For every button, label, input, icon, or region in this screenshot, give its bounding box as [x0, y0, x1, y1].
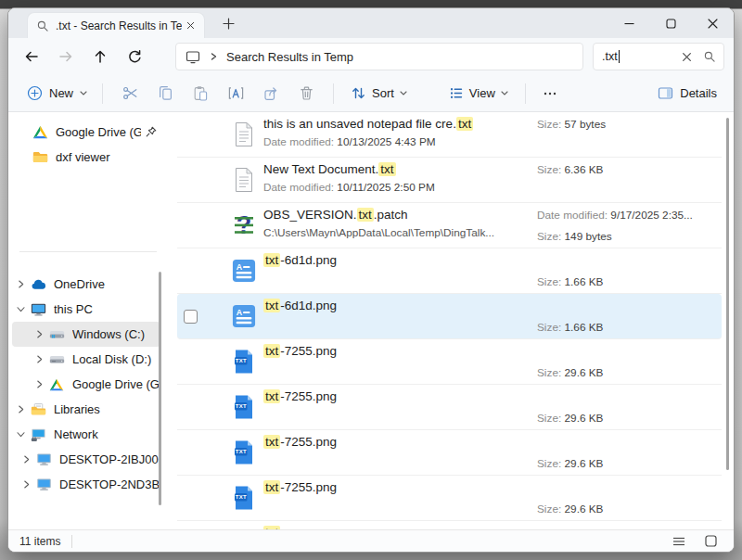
match-highlight: txt: [357, 208, 374, 222]
expand-chevron-icon[interactable]: [32, 353, 45, 366]
expand-chevron-icon[interactable]: [14, 403, 27, 416]
sidebar-item-label: Google Drive (G:): [56, 125, 141, 139]
new-tab-button[interactable]: [216, 11, 240, 35]
file-details-column: Size: 57 bytes: [537, 112, 722, 157]
search-input-value[interactable]: .txt: [602, 50, 618, 63]
clear-search-icon[interactable]: [682, 52, 692, 62]
sidebar-item-desktop-2ibj00n[interactable]: DESKTOP-2IBJ00N: [12, 447, 160, 472]
minimize-icon: [624, 19, 634, 29]
file-list-scrollbar[interactable]: [726, 118, 729, 470]
expand-chevron-icon[interactable]: [32, 378, 45, 391]
file-size: Size: 29.6 KB: [537, 366, 604, 379]
refresh-button[interactable]: [117, 43, 151, 70]
txt-image-icon: [231, 393, 257, 421]
sidebar-item-dxf-viewer[interactable]: dxf viewer: [12, 145, 160, 170]
sort-button[interactable]: Sort: [343, 79, 415, 108]
thumbnail-view-toggle[interactable]: [700, 533, 721, 550]
delete-button[interactable]: [288, 79, 324, 108]
file-row-partial[interactable]: txt: [177, 521, 722, 529]
match-highlight: txt: [456, 117, 473, 131]
file-size: Size: 29.6 KB: [537, 503, 604, 515]
maximize-button[interactable]: [650, 8, 692, 38]
sidebar-item-label: Libraries: [54, 402, 160, 416]
paste-button[interactable]: [183, 79, 218, 108]
toolbar-divider: [333, 83, 334, 104]
share-button[interactable]: [253, 79, 288, 108]
txt-image-icon: [231, 439, 257, 466]
new-button[interactable]: New: [21, 79, 93, 108]
chevron-right-icon[interactable]: [209, 52, 218, 61]
expand-chevron-icon[interactable]: [19, 453, 32, 466]
google-drive-icon: [47, 375, 66, 394]
file-name: txt-7255.png: [263, 430, 527, 449]
file-row[interactable]: txt-6d1d.png Size: 1.66 KB: [177, 248, 722, 294]
sidebar-item-google-drive-g[interactable]: Google Drive (G:): [12, 372, 160, 397]
breadcrumb[interactable]: Search Results in Temp: [226, 50, 353, 64]
unknown-file-icon: [231, 211, 257, 239]
google-drive-icon: [31, 123, 49, 142]
view-button[interactable]: View: [441, 79, 516, 108]
match-highlight: txt: [263, 480, 280, 494]
sidebar-item-onedrive[interactable]: OneDrive: [12, 272, 160, 297]
sidebar-item-local-disk-d[interactable]: Local Disk (D:): [12, 347, 160, 372]
sidebar-item-desktop-2nd3b9[interactable]: DESKTOP-2ND3B9: [12, 472, 160, 497]
ellipsis-icon: [543, 86, 557, 101]
sidebar-item-libraries[interactable]: Libraries: [12, 397, 160, 422]
collapse-chevron-icon[interactable]: [14, 428, 27, 441]
file-size: Size: 29.6 KB: [537, 457, 604, 470]
back-button[interactable]: [14, 43, 48, 70]
file-size: Size: 149 bytes: [537, 230, 612, 243]
list-view-icon: [672, 536, 685, 547]
close-button[interactable]: [692, 8, 734, 38]
file-row-selected[interactable]: txt-6d1d.png Size: 1.66 KB: [177, 294, 722, 339]
file-row[interactable]: txt-7255.png Size: 29.6 KB: [177, 430, 722, 476]
sidebar-item-label: Network: [54, 427, 160, 441]
status-divider: [71, 535, 72, 548]
file-name: OBS_VERSION.txt.patch: [263, 203, 527, 222]
file-name: txt-7255.png: [263, 339, 527, 358]
refresh-icon: [127, 49, 142, 64]
minimize-button[interactable]: [608, 8, 650, 38]
file-size: Size: 29.6 KB: [537, 412, 604, 425]
details-button[interactable]: Details: [650, 79, 724, 108]
expand-chevron-icon[interactable]: [32, 328, 45, 341]
forward-button[interactable]: [48, 43, 83, 70]
copy-button[interactable]: [147, 79, 183, 108]
sidebar-item-network[interactable]: Network: [12, 422, 160, 447]
sidebar-item-google-drive-pinned[interactable]: Google Drive (G:): [12, 120, 160, 145]
file-info: OBS_VERSION.txt.patch C:\Users\Mayn\AppD…: [263, 203, 527, 239]
sidebar-scrollbar[interactable]: [159, 272, 161, 505]
maximize-icon: [666, 19, 676, 29]
collapse-chevron-icon[interactable]: [14, 303, 27, 316]
tab-close-icon[interactable]: [182, 18, 198, 34]
selection-checkbox[interactable]: [184, 310, 198, 324]
search-box[interactable]: .txt: [593, 43, 724, 70]
file-info: txt-7255.png: [263, 430, 527, 449]
new-button-label: New: [49, 86, 73, 100]
sidebar-item-windows-c[interactable]: Windows (C:): [12, 322, 160, 347]
search-icon[interactable]: [704, 51, 715, 62]
image-file-icon: [231, 257, 257, 285]
file-row[interactable]: OBS_VERSION.txt.patch C:\Users\Mayn\AppD…: [177, 203, 722, 248]
libraries-icon: [29, 401, 47, 419]
file-date-modified: Date modified: 9/17/2025 2:35...: [537, 209, 720, 222]
list-view-toggle[interactable]: [669, 533, 689, 550]
file-row[interactable]: txt-7255.png Size: 29.6 KB: [177, 476, 722, 521]
rename-button[interactable]: [218, 79, 253, 108]
file-row[interactable]: New Text Document.txt Date modified: 10/…: [177, 158, 722, 203]
pin-icon: [146, 126, 157, 137]
expand-chevron-icon[interactable]: [14, 278, 27, 291]
explorer-tab[interactable]: .txt - Search Results in Temp: [27, 12, 205, 38]
expand-chevron-icon[interactable]: [19, 478, 32, 491]
sidebar-item-this-pc[interactable]: this PC: [12, 297, 160, 322]
address-bar[interactable]: Search Results in Temp: [175, 43, 583, 70]
folder-icon: [31, 148, 49, 167]
cut-button[interactable]: [112, 79, 147, 108]
up-button[interactable]: [83, 43, 117, 70]
file-row[interactable]: txt-7255.png Size: 29.6 KB: [177, 385, 722, 430]
file-row[interactable]: this is an unsaved notepad file cre.txt …: [177, 112, 722, 158]
sidebar-item-label: Google Drive (G:): [72, 377, 160, 391]
file-row[interactable]: txt-7255.png Size: 29.6 KB: [177, 339, 722, 385]
more-options-button[interactable]: [535, 79, 565, 108]
navigation-pane: Google Drive (G:) dxf viewer OneDrive: [8, 112, 168, 529]
